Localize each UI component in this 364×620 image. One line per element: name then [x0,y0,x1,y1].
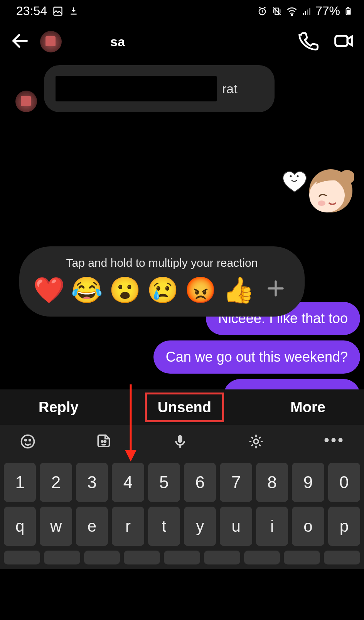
key-partial[interactable] [204,551,240,564]
reaction-thumbs[interactable]: 👍 [223,275,253,305]
keyboard-row-1: 1 2 3 4 5 6 7 8 9 0 [4,463,360,502]
reaction-add[interactable] [261,275,291,305]
svg-point-21 [25,440,27,441]
key-e[interactable]: e [76,507,108,546]
vibrate-icon [271,6,282,17]
svg-point-16 [309,179,345,212]
key-7[interactable]: 7 [220,463,252,502]
unsend-button[interactable]: Unsend [145,393,224,422]
chat-header: sa [0,21,364,62]
download-icon [69,6,79,16]
sticker-image [281,161,354,215]
key-partial[interactable] [4,551,40,564]
key-partial[interactable] [244,551,280,564]
gallery-icon [52,6,63,17]
svg-rect-4 [303,13,304,15]
svg-point-12 [290,175,292,177]
key-3[interactable]: 3 [76,463,108,502]
key-w[interactable]: w [40,507,72,546]
key-partial[interactable] [284,551,320,564]
key-9[interactable]: 9 [292,463,324,502]
svg-point-17 [318,200,325,206]
key-t[interactable]: t [148,507,180,546]
svg-point-27 [254,439,259,444]
key-1[interactable]: 1 [4,463,36,502]
key-i[interactable]: i [256,507,288,546]
key-q[interactable]: q [4,507,36,546]
gear-icon[interactable] [248,433,265,452]
reaction-heart[interactable]: ❤️ [33,275,63,305]
incoming-bubble[interactable]: rat [44,65,275,112]
reaction-sad[interactable]: 😢 [147,275,177,305]
svg-point-22 [29,440,31,441]
key-4[interactable]: 4 [112,463,144,502]
reply-button[interactable]: Reply [28,394,89,420]
more-button[interactable]: More [280,394,336,420]
incoming-text-tail: rat [222,81,238,96]
annotation-arrow [121,384,140,462]
svg-point-23 [102,441,103,442]
battery-icon [344,5,352,17]
svg-point-20 [22,435,34,448]
key-6[interactable]: 6 [184,463,216,502]
reaction-laugh[interactable]: 😂 [71,275,101,305]
incoming-message-row: rat [15,65,356,112]
battery-percent: 77% [315,4,340,18]
sticker-icon[interactable] [95,433,112,452]
audio-call-button[interactable] [298,30,318,53]
chat-area: rat Tap and hold to multiply your reacti… [0,65,364,112]
keyboard-row-3 [4,551,360,564]
key-2[interactable]: 2 [40,463,72,502]
key-partial[interactable] [84,551,120,564]
svg-rect-6 [307,9,308,15]
key-p[interactable]: p [328,507,360,546]
keyboard: ••• 1 2 3 4 5 6 7 8 9 0 q w e r t y u i … [0,425,364,569]
key-r[interactable]: r [112,507,144,546]
key-0[interactable]: 0 [328,463,360,502]
emoji-icon[interactable] [19,433,36,452]
reaction-wow[interactable]: 😮 [109,275,139,305]
reaction-hint: Tap and hold to multiply your reaction [31,254,293,275]
svg-rect-7 [309,8,310,15]
key-partial[interactable] [44,551,80,564]
svg-rect-25 [178,435,182,443]
mic-icon[interactable] [172,433,189,452]
svg-point-24 [104,441,106,442]
key-5[interactable]: 5 [148,463,180,502]
key-o[interactable]: o [292,507,324,546]
key-8[interactable]: 8 [256,463,288,502]
status-time: 23:54 [16,4,47,18]
back-button[interactable] [10,31,30,52]
svg-point-13 [297,175,299,177]
svg-rect-9 [347,7,349,8]
status-bar: 23:54 77% [0,0,364,21]
svg-point-3 [291,14,292,15]
key-y[interactable]: y [184,507,216,546]
contact-avatar[interactable] [40,31,62,52]
alarm-icon [257,6,268,17]
key-partial[interactable] [124,551,160,564]
svg-rect-11 [335,36,348,46]
video-call-button[interactable] [333,30,354,53]
svg-rect-5 [305,11,306,15]
key-u[interactable]: u [220,507,252,546]
keyboard-row-2: q w e r t y u i o p [4,507,360,546]
reaction-popup: Tap and hold to multiply your reaction ❤… [19,246,305,317]
svg-rect-10 [347,10,350,14]
keyboard-toolbar: ••• [0,425,364,460]
contact-name[interactable]: sa [72,34,288,49]
message-action-bar: Reply Unsend More [0,389,364,425]
redacted-text [56,76,217,101]
key-partial[interactable] [324,551,360,564]
keyboard-more-icon[interactable]: ••• [324,431,345,449]
outgoing-bubble-2[interactable]: Can we go out this weekend? [153,340,360,374]
key-partial[interactable] [164,551,200,564]
wifi-icon [286,5,298,17]
signal-icon [302,6,312,16]
svg-marker-19 [125,450,136,462]
incoming-avatar[interactable] [15,91,37,112]
svg-line-2 [273,7,281,15]
reaction-angry[interactable]: 😡 [185,275,215,305]
